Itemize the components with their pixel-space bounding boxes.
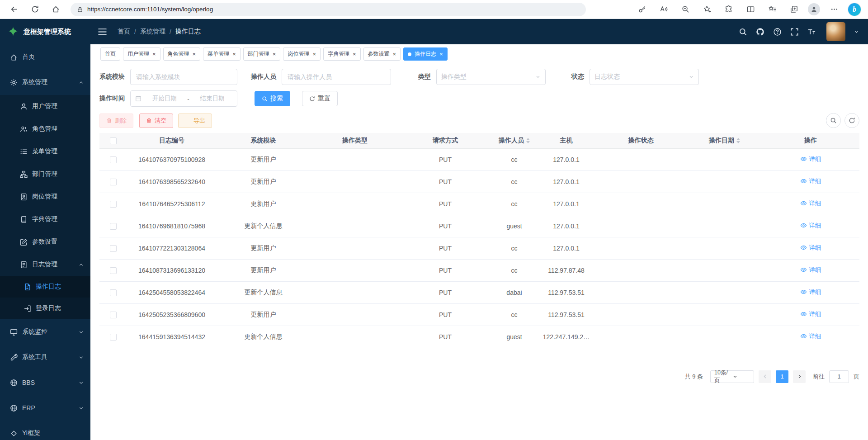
detail-link[interactable]: 详细: [800, 155, 821, 163]
detail-link[interactable]: 详细: [800, 288, 821, 296]
row-checkbox[interactable]: [110, 156, 117, 163]
detail-link[interactable]: 详细: [800, 199, 821, 208]
tab-6[interactable]: 字典管理×: [323, 47, 361, 61]
sidebar-item-posts[interactable]: 岗位管理: [0, 185, 90, 208]
github-icon[interactable]: [756, 28, 764, 36]
reset-button[interactable]: 重置: [302, 91, 338, 106]
sidebar-item-home[interactable]: 首页: [0, 44, 90, 70]
row-checkbox[interactable]: [110, 245, 117, 252]
tab-5[interactable]: 岗位管理×: [283, 47, 321, 61]
sort-icon[interactable]: [526, 138, 530, 143]
sidebar-item-menus[interactable]: 菜单管理: [0, 140, 90, 163]
font-size-icon[interactable]: [807, 28, 816, 36]
tab-4[interactable]: 部门管理×: [243, 47, 281, 61]
sidebar-item-users[interactable]: 用户管理: [0, 95, 90, 118]
close-icon[interactable]: ×: [232, 51, 236, 57]
next-page-button[interactable]: [793, 370, 806, 383]
sidebar-item-yiframe[interactable]: Yi框架: [0, 421, 90, 440]
sidebar-item-depts[interactable]: 部门管理: [0, 163, 90, 185]
row-checkbox[interactable]: [110, 223, 117, 230]
row-checkbox[interactable]: [110, 289, 117, 296]
detail-link[interactable]: 详细: [800, 332, 821, 341]
add-favorite-icon[interactable]: [699, 2, 715, 17]
select-all-checkbox[interactable]: [110, 137, 117, 144]
sidebar-item-bbs[interactable]: BBS: [0, 370, 90, 395]
tab-1[interactable]: 用户管理×: [123, 47, 160, 61]
close-icon[interactable]: ×: [152, 51, 156, 57]
tab-7[interactable]: 参数设置×: [363, 47, 401, 61]
module-input[interactable]: [130, 69, 237, 85]
lock-icon[interactable]: [77, 6, 83, 13]
profile-avatar[interactable]: [808, 3, 820, 15]
operator-input[interactable]: [282, 69, 391, 85]
zoom-out-icon[interactable]: [678, 2, 693, 17]
fullscreen-icon[interactable]: [790, 28, 799, 36]
search-button[interactable]: 搜索: [255, 91, 290, 106]
refresh-button[interactable]: [27, 2, 42, 17]
sidebar-item-loginlog[interactable]: 登录日志: [0, 298, 90, 319]
copilot-icon[interactable]: b: [848, 3, 861, 16]
sidebar-item-operlog[interactable]: 操作日志: [0, 276, 90, 298]
sidebar-item-erp[interactable]: ERP: [0, 395, 90, 421]
read-aloud-icon[interactable]: [656, 2, 671, 17]
breadcrumb-item-system[interactable]: 系统管理: [140, 28, 165, 36]
sidebar-item-dicts[interactable]: 字典管理: [0, 208, 90, 231]
home-button[interactable]: [48, 2, 63, 17]
close-icon[interactable]: ×: [439, 51, 443, 57]
split-screen-icon[interactable]: [743, 2, 758, 17]
close-icon[interactable]: ×: [393, 51, 396, 57]
row-checkbox[interactable]: [110, 179, 117, 185]
collections-icon[interactable]: [786, 2, 802, 17]
close-icon[interactable]: ×: [353, 51, 356, 57]
export-button[interactable]: 导出: [178, 114, 212, 128]
sidebar-toggle-icon[interactable]: [97, 26, 108, 37]
row-checkbox[interactable]: [110, 267, 117, 274]
row-checkbox[interactable]: [110, 312, 117, 318]
type-select[interactable]: 操作类型: [436, 69, 546, 85]
user-avatar[interactable]: [826, 22, 845, 41]
sidebar-item-logs[interactable]: 日志管理: [0, 253, 90, 276]
chevron-down-icon[interactable]: [854, 29, 859, 34]
close-icon[interactable]: ×: [193, 51, 196, 57]
detail-link[interactable]: 详细: [800, 222, 821, 230]
prev-page-button[interactable]: [759, 370, 771, 383]
row-checkbox[interactable]: [110, 334, 117, 341]
detail-link[interactable]: 详细: [800, 310, 821, 318]
column-header[interactable]: 操作人员: [491, 133, 538, 148]
close-icon[interactable]: ×: [273, 51, 276, 57]
delete-button[interactable]: 删除: [99, 114, 133, 128]
goto-page-input[interactable]: [829, 370, 849, 383]
refresh-table-icon[interactable]: [844, 113, 859, 128]
sidebar-item-monitor[interactable]: 系统监控: [0, 319, 90, 345]
tab-2[interactable]: 角色管理×: [163, 47, 201, 61]
favorites-icon[interactable]: [764, 2, 780, 17]
password-key-icon[interactable]: [634, 2, 650, 17]
clear-button[interactable]: 清空: [139, 114, 173, 128]
extensions-icon[interactable]: [721, 2, 736, 17]
toggle-search-icon[interactable]: [826, 113, 841, 128]
tab-3[interactable]: 菜单管理×: [203, 47, 241, 61]
status-select[interactable]: 日志状态: [590, 69, 699, 85]
close-icon[interactable]: ×: [312, 51, 316, 57]
column-header[interactable]: 操作日期: [687, 133, 762, 148]
sidebar-item-system[interactable]: 系统管理: [0, 70, 90, 95]
tab-8-active[interactable]: 操作日志×: [403, 47, 448, 61]
sidebar-item-tools[interactable]: 系统工具: [0, 345, 90, 370]
sidebar-item-roles[interactable]: 角色管理: [0, 118, 90, 140]
more-menu-icon[interactable]: [826, 2, 842, 17]
sidebar-item-params[interactable]: 参数设置: [0, 231, 90, 253]
search-icon[interactable]: [739, 28, 747, 36]
detail-link[interactable]: 详细: [800, 177, 821, 185]
help-icon[interactable]: [773, 28, 782, 36]
row-checkbox[interactable]: [110, 201, 117, 208]
tab-0[interactable]: 首页: [100, 47, 120, 61]
detail-link[interactable]: 详细: [800, 266, 821, 274]
address-bar[interactable]: https://ccnetcore.com:1101/system/log/op…: [71, 3, 586, 16]
sort-icon[interactable]: [736, 138, 740, 143]
page-size-select[interactable]: 10条/页: [710, 370, 754, 383]
back-button[interactable]: [6, 2, 22, 17]
breadcrumb-item-home[interactable]: 首页: [118, 28, 130, 36]
date-range-picker[interactable]: 开始日期 - 结束日期: [130, 90, 237, 107]
detail-link[interactable]: 详细: [800, 244, 821, 252]
current-page[interactable]: 1: [776, 370, 788, 383]
